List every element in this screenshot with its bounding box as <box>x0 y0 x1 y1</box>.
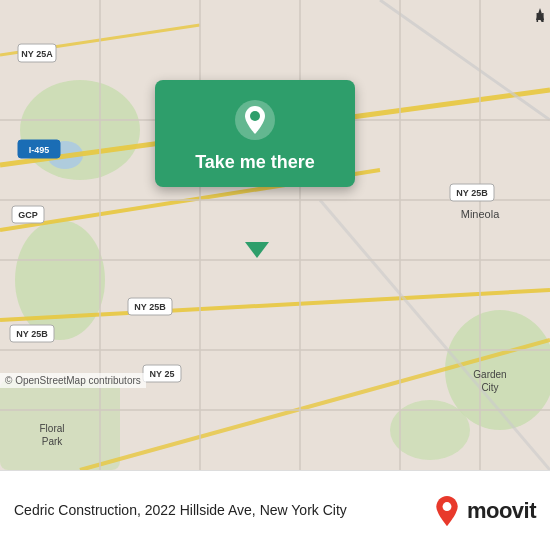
map-attribution: © OpenStreetMap contributors <box>0 373 146 388</box>
svg-text:Mineola: Mineola <box>461 208 500 220</box>
svg-point-4 <box>390 400 470 460</box>
card-pointer <box>245 242 269 258</box>
location-name: Cedric Construction, 2022 Hillside Ave, … <box>14 501 347 521</box>
svg-point-46 <box>250 111 260 121</box>
svg-text:Park: Park <box>42 436 64 447</box>
svg-text:I-495: I-495 <box>29 145 50 155</box>
location-card: Take me there <box>155 80 355 187</box>
map-container: NY 25A I-495 GCP NY 25B NY 25B NY 25B NY… <box>0 0 550 470</box>
svg-point-1 <box>20 80 140 180</box>
svg-text:NY 25B: NY 25B <box>16 329 48 339</box>
svg-text:NY 25B: NY 25B <box>456 188 488 198</box>
map-svg: NY 25A I-495 GCP NY 25B NY 25B NY 25B NY… <box>0 0 550 470</box>
svg-text:NY 25: NY 25 <box>150 369 175 379</box>
svg-point-2 <box>15 220 105 340</box>
moovit-pin-icon <box>433 495 461 527</box>
moovit-logo: moovit <box>433 495 536 527</box>
svg-text:GCP: GCP <box>18 210 38 220</box>
svg-text:City: City <box>481 382 498 393</box>
location-info: Cedric Construction, 2022 Hillside Ave, … <box>14 501 347 521</box>
svg-point-47 <box>442 502 451 511</box>
take-me-there-button[interactable]: Take me there <box>195 152 315 173</box>
svg-text:NY 25A: NY 25A <box>21 49 53 59</box>
moovit-label: moovit <box>467 498 536 524</box>
location-pin-icon <box>233 98 277 142</box>
bottom-bar: Cedric Construction, 2022 Hillside Ave, … <box>0 470 550 550</box>
svg-text:NY 25B: NY 25B <box>134 302 166 312</box>
svg-text:Floral: Floral <box>39 423 64 434</box>
svg-text:Garden: Garden <box>473 369 506 380</box>
